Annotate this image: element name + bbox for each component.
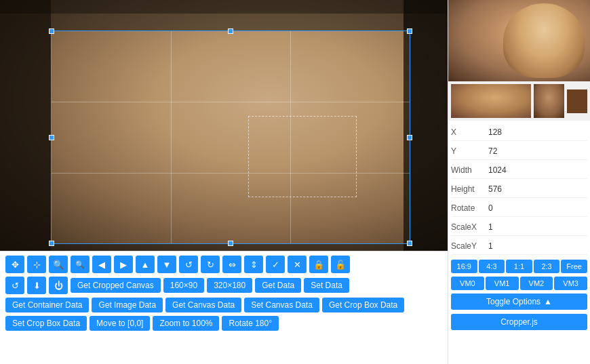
- data-fields: X px Y px Width px Height px Rotate: [448, 121, 590, 258]
- zoom-in-button[interactable]: 🔍: [49, 256, 68, 273]
- handle-bottom-center[interactable]: [228, 241, 233, 246]
- ratio-2-3-button[interactable]: 2:3: [534, 260, 560, 273]
- cropperjs-label: Cropper.js: [451, 314, 587, 330]
- crop-mask-left: [0, 31, 51, 244]
- field-scaley-input[interactable]: [488, 241, 590, 251]
- toggle-options-arrow: ▲: [544, 297, 552, 306]
- confirm-button[interactable]: ✓: [266, 256, 285, 273]
- thumbnail-2: [534, 84, 564, 118]
- face-silhouette: [503, 3, 585, 78]
- cancel-button[interactable]: ✕: [288, 256, 307, 273]
- main-preview: [448, 0, 590, 81]
- get-cropped-canvas-button[interactable]: Get Cropped Canvas: [71, 278, 161, 293]
- thumbnail-1: [451, 84, 531, 118]
- get-crop-box-data-button[interactable]: Get Crop Box Data: [322, 298, 404, 312]
- handle-middle-left[interactable]: [49, 135, 54, 140]
- zoom-to-button[interactable]: Zoom to 100%: [153, 316, 219, 331]
- vm3-button[interactable]: VM3: [554, 277, 587, 290]
- get-image-data-button[interactable]: Get Image Data: [92, 298, 163, 312]
- toolbar-row-4: Set Crop Box Data Move to [0,0] Zoom to …: [5, 316, 442, 331]
- handle-bottom-left[interactable]: [49, 241, 54, 246]
- rotate-right-button[interactable]: ↻: [201, 256, 220, 273]
- field-width-label: Width: [451, 165, 488, 175]
- field-rotate-label: Rotate: [451, 203, 488, 213]
- drag-mode-button[interactable]: ✥: [5, 256, 24, 273]
- move-down-button[interactable]: ▼: [157, 256, 176, 273]
- size-160x90-button[interactable]: 160×90: [163, 278, 204, 293]
- size-320x180-button[interactable]: 320×180: [207, 278, 252, 293]
- set-canvas-data-button[interactable]: Set Canvas Data: [244, 298, 319, 312]
- toolbar-row-3: Get Container Data Get Image Data Get Ca…: [5, 298, 442, 312]
- move-right-button[interactable]: ▶: [114, 256, 133, 273]
- toggle-options-button[interactable]: Toggle Options ▲: [451, 294, 587, 310]
- thumb-image-3: [567, 89, 587, 113]
- set-data-button[interactable]: Set Data: [304, 278, 349, 293]
- zoom-out-button[interactable]: 🔍: [71, 256, 90, 273]
- ratio-free-button[interactable]: Free: [561, 260, 587, 273]
- ratio-1-1-button[interactable]: 1:1: [506, 260, 532, 273]
- thumbnail-3: [567, 89, 587, 113]
- refresh-button[interactable]: ↺: [5, 277, 24, 294]
- toggle-options-label: Toggle Options: [486, 297, 540, 306]
- handle-top-left[interactable]: [49, 28, 54, 34]
- power-button[interactable]: ⏻: [49, 277, 68, 294]
- rotate-left-button[interactable]: ↺: [179, 256, 198, 273]
- field-height-label: Height: [451, 184, 488, 194]
- field-height-input[interactable]: [488, 184, 590, 194]
- rotate-180-button[interactable]: Rotate 180°: [222, 316, 279, 331]
- crop-mask-right: [410, 31, 448, 244]
- flip-horizontal-button[interactable]: ⇔: [222, 256, 241, 273]
- move-up-button[interactable]: ▲: [136, 256, 155, 273]
- field-scalex-label: ScaleX: [451, 222, 488, 232]
- lock-button[interactable]: 🔒: [309, 256, 328, 273]
- field-x: X px: [451, 123, 587, 141]
- set-crop-box-data-button[interactable]: Set Crop Box Data: [5, 316, 87, 331]
- field-scaley-label: ScaleY: [451, 241, 488, 251]
- field-width: Width px: [451, 161, 587, 179]
- cropper-area: [0, 0, 448, 251]
- handle-middle-right[interactable]: [407, 135, 412, 140]
- crop-mask-top: [0, 0, 448, 31]
- move-box[interactable]: [248, 116, 357, 197]
- handle-top-right[interactable]: [407, 28, 412, 34]
- field-x-input[interactable]: [488, 127, 590, 137]
- field-y: Y px: [451, 142, 587, 160]
- field-width-input[interactable]: [488, 165, 590, 175]
- unlock-button[interactable]: 🔓: [331, 256, 350, 273]
- field-scalex: ScaleX: [451, 218, 587, 236]
- right-panel: X px Y px Width px Height px Rotate: [448, 0, 590, 364]
- move-to-button[interactable]: Move to [0,0]: [90, 316, 150, 331]
- field-rotate-input[interactable]: [488, 203, 590, 213]
- main-layout: ✥ ⊹ 🔍 🔍 ◀ ▶ ▲ ▼ ↺ ↻ ⇔ ⇕ ✓ ✕ 🔒 🔓 ↺ ⬇: [0, 0, 590, 364]
- get-container-data-button[interactable]: Get Container Data: [5, 298, 89, 312]
- crop-box[interactable]: [51, 31, 410, 244]
- thumb-image-2: [534, 84, 564, 118]
- handle-top-center[interactable]: [228, 28, 233, 34]
- vm0-button[interactable]: VM0: [451, 277, 484, 290]
- download-button[interactable]: ⬇: [27, 277, 46, 294]
- ratio-16-9-button[interactable]: 16:9: [451, 260, 477, 273]
- grid-line-v1: [171, 31, 172, 243]
- thumb-image-1: [451, 84, 531, 118]
- field-scalex-input[interactable]: [488, 222, 590, 232]
- left-panel: ✥ ⊹ 🔍 🔍 ◀ ▶ ▲ ▼ ↺ ↻ ⇔ ⇕ ✓ ✕ 🔒 🔓 ↺ ⬇: [0, 0, 448, 364]
- vm2-button[interactable]: VM2: [520, 277, 553, 290]
- vm1-button[interactable]: VM1: [486, 277, 519, 290]
- move-left-button[interactable]: ◀: [92, 256, 111, 273]
- toolbar-row-2: ↺ ⬇ ⏻ Get Cropped Canvas 160×90 320×180 …: [5, 277, 442, 294]
- toolbar-row-1: ✥ ⊹ 🔍 🔍 ◀ ▶ ▲ ▼ ↺ ↻ ⇔ ⇕ ✓ ✕ 🔒 🔓: [5, 256, 442, 273]
- flip-vertical-button[interactable]: ⇕: [244, 256, 263, 273]
- get-data-button[interactable]: Get Data: [255, 278, 301, 293]
- vm-row: VM0 VM1 VM2 VM3: [448, 275, 590, 291]
- handle-bottom-right[interactable]: [407, 241, 412, 246]
- get-canvas-data-button[interactable]: Get Canvas Data: [165, 298, 241, 312]
- field-scaley: ScaleY: [451, 237, 587, 255]
- ratio-row: 16:9 4:3 1:1 2:3 Free: [448, 258, 590, 275]
- field-x-label: X: [451, 127, 488, 137]
- field-y-input[interactable]: [488, 146, 590, 156]
- crop-mode-button[interactable]: ⊹: [27, 256, 46, 273]
- field-y-label: Y: [451, 146, 488, 156]
- ratio-4-3-button[interactable]: 4:3: [479, 260, 505, 273]
- thumbnail-row: [448, 81, 590, 121]
- grid-line-h1: [52, 102, 410, 102]
